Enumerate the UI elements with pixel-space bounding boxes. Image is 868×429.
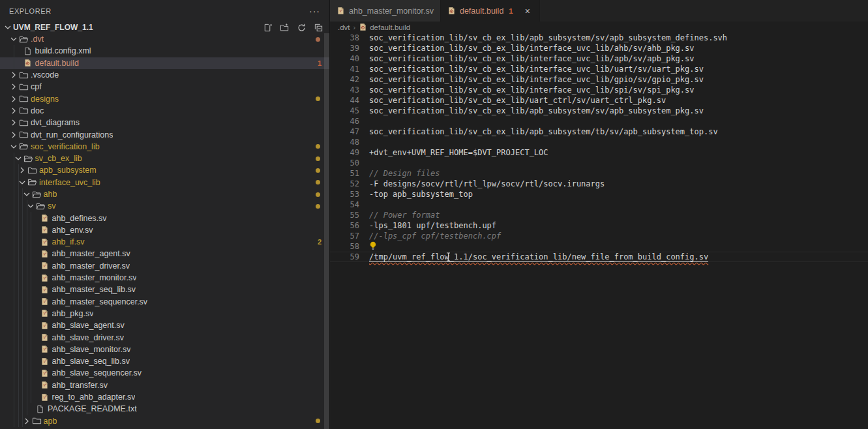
tree-item-ahb_slave_driver.sv[interactable]: vahb_slave_driver.sv — [0, 331, 329, 343]
indent-guide — [14, 200, 14, 212]
more-actions-icon[interactable]: ··· — [309, 6, 320, 16]
tree-item-dvt_diagrams[interactable]: dvt_diagrams — [0, 117, 329, 128]
tree-item-.dvt[interactable]: .dvt — [0, 33, 329, 45]
code-line-45[interactable]: 45soc_verification_lib/sv_cb_ex_lib/apb_… — [330, 106, 868, 116]
code-line-58[interactable]: 58 — [330, 241, 868, 252]
tree-item-ahb_env.sv[interactable]: vahb_env.sv — [0, 224, 329, 236]
indent-guide — [31, 319, 31, 331]
indent-guide — [18, 248, 19, 259]
code-line-54[interactable]: 54 — [330, 200, 868, 210]
tree-item-label: doc — [31, 106, 44, 115]
tree-item-ahb[interactable]: ahb — [0, 188, 329, 200]
code-text: soc_verification_lib/sv_cb_ex_lib/apb_su… — [369, 106, 704, 116]
breadcrumb-segment-.dvt[interactable]: .dvt — [338, 23, 350, 31]
chevron-right-icon — [8, 106, 19, 116]
error-file-link[interactable]: /tmp/uvm_ref_flow_1.1/soc_verification_l… — [369, 252, 708, 262]
tree-item-.vscode[interactable]: .vscode — [0, 69, 329, 81]
code-line-38[interactable]: 38soc_verification_lib/sv_cb_ex_lib/apb_… — [330, 33, 868, 43]
file-sv-icon: v — [40, 273, 52, 283]
tree-item-label: apb — [44, 417, 57, 426]
indent-guide — [18, 272, 19, 284]
code-line-51[interactable]: 51// Design files — [330, 168, 868, 179]
code-line-49[interactable]: 49+dvt_env+UVM_REF_HOME=$DVT_PROJECT_LOC — [330, 147, 868, 158]
tree-item-designs[interactable]: designs — [0, 93, 329, 104]
close-icon[interactable]: × — [522, 6, 533, 16]
code-line-50[interactable]: 50 — [330, 158, 868, 168]
indent-guide — [22, 272, 23, 284]
tree-item-ahb_master_agent.sv[interactable]: vahb_master_agent.sv — [0, 248, 329, 259]
code-line-59[interactable]: 59/tmp/uvm_ref_flow_1.1/soc_verification… — [330, 252, 868, 262]
tree-item-apb[interactable]: apb — [0, 415, 329, 427]
tree-item-ahb_slave_agent.sv[interactable]: vahb_slave_agent.sv — [0, 319, 329, 331]
folder-open-icon — [19, 141, 31, 152]
indent-guide — [31, 367, 31, 379]
line-number: 53 — [330, 189, 359, 200]
sidebar-scrollbar[interactable] — [324, 33, 329, 429]
tree-item-sv[interactable]: sv — [0, 200, 329, 212]
tree-item-ahb_master_seq_lib.sv[interactable]: vahb_master_seq_lib.sv — [0, 284, 329, 295]
tree-item-ahb_pkg.sv[interactable]: vahb_pkg.sv — [0, 308, 329, 319]
code-line-47[interactable]: 47soc_verification_lib/sv_cb_ex_lib/apb_… — [330, 126, 868, 137]
modified-dot — [316, 156, 320, 161]
tree-item-build.config.xml[interactable]: build.config.xml — [0, 45, 329, 57]
tree-item-default.build[interactable]: default.build1 — [0, 57, 329, 69]
tree-item-ahb_slave_seq_lib.sv[interactable]: vahb_slave_seq_lib.sv — [0, 355, 329, 367]
new-folder-icon[interactable] — [279, 22, 290, 33]
code-line-52[interactable]: 52-F designs/socv/rtl/rtl_lpw/socv/rtl/s… — [330, 179, 868, 189]
tree-item-sv_cb_ex_lib[interactable]: sv_cb_ex_lib — [0, 153, 329, 164]
code-line-56[interactable]: 56-lps_1801 upf/testbench.upf — [330, 220, 868, 231]
code-line-40[interactable]: 40soc_verification_lib/sv_cb_ex_lib/inte… — [330, 53, 868, 64]
file-sv-icon: v — [40, 237, 52, 247]
code-line-57[interactable]: 57//-lps_cpf cpf/testbench.cpf — [330, 231, 868, 241]
code-line-46[interactable]: 46 — [330, 116, 868, 126]
tree-item-label: sv_cb_ex_lib — [35, 154, 82, 163]
file-doc-icon — [36, 404, 48, 414]
tab-ahb_master_monitor.sv[interactable]: vahb_master_monitor.sv — [330, 0, 441, 22]
code-line-42[interactable]: 42soc_verification_lib/sv_cb_ex_lib/inte… — [330, 74, 868, 85]
breadcrumb-segment-default.build[interactable]: default.build — [359, 22, 410, 32]
tree-item-reg_to_ahb_adapter.sv[interactable]: vreg_to_ahb_adapter.sv — [0, 391, 329, 403]
code-line-43[interactable]: 43soc_verification_lib/sv_cb_ex_lib/inte… — [330, 85, 868, 95]
tree-item-ahb_defines.sv[interactable]: vahb_defines.sv — [0, 212, 329, 224]
tree-item-ahb_if.sv[interactable]: vahb_if.sv2 — [0, 236, 329, 248]
tree-item-PACKAGE_README.txt[interactable]: PACKAGE_README.txt — [0, 403, 329, 415]
indent-guide — [22, 391, 23, 403]
tree-item-apb_subsystem[interactable]: apb_subsystem — [0, 164, 329, 176]
tree-item-ahb_slave_sequencer.sv[interactable]: vahb_slave_sequencer.sv — [0, 367, 329, 379]
refresh-icon[interactable] — [296, 22, 307, 33]
lightbulb-icon[interactable] — [369, 241, 377, 252]
tree-item-ahb_master_monitor.sv[interactable]: vahb_master_monitor.sv — [0, 272, 329, 284]
code-line-53[interactable]: 53-top apb_subsystem_top — [330, 189, 868, 200]
project-section-header[interactable]: UVM_REF_FLOW_1.1 — [0, 22, 329, 33]
code-line-55[interactable]: 55// Power format — [330, 210, 868, 220]
code-line-48[interactable]: 48 — [330, 137, 868, 147]
code-editor[interactable]: 38soc_verification_lib/sv_cb_ex_lib/apb_… — [330, 33, 868, 429]
tree-item-ahb_transfer.sv[interactable]: vahb_transfer.sv — [0, 379, 329, 391]
tree-item-cpf[interactable]: cpf — [0, 81, 329, 93]
code-line-39[interactable]: 39soc_verification_lib/sv_cb_ex_lib/inte… — [330, 43, 868, 53]
tree-item-ahb_master_sequencer.sv[interactable]: vahb_master_sequencer.sv — [0, 296, 329, 308]
indent-guide — [27, 403, 27, 415]
tree-item-ahb_slave_monitor.sv[interactable]: vahb_slave_monitor.sv — [0, 344, 329, 355]
new-file-icon[interactable] — [262, 22, 273, 33]
collapse-all-icon[interactable] — [313, 22, 324, 33]
indent-guide — [27, 296, 27, 308]
code-line-41[interactable]: 41soc_verification_lib/sv_cb_ex_lib/inte… — [330, 64, 868, 74]
indent-guide — [18, 344, 19, 355]
indent-guide — [14, 45, 14, 57]
indent-guide — [18, 200, 19, 212]
line-number: 59 — [330, 252, 359, 262]
file-build-icon — [23, 58, 35, 68]
code-line-44[interactable]: 44soc_verification_lib/sv_cb_ex_lib/uart… — [330, 95, 868, 106]
tree-item-label: .dvt — [31, 35, 44, 44]
tree-item-label: cpf — [31, 82, 42, 91]
indent-guide — [18, 355, 19, 367]
tab-default.build[interactable]: default.build1× — [441, 0, 540, 22]
tree-item-ahb_master_driver.sv[interactable]: vahb_master_driver.sv — [0, 260, 329, 272]
tree-item-interface_uvc_lib[interactable]: interface_uvc_lib — [0, 177, 329, 188]
tree-item-soc_verification_lib[interactable]: soc_verification_lib — [0, 141, 329, 153]
tree-item-doc[interactable]: doc — [0, 105, 329, 117]
tree-item-dvt_run_configurations[interactable]: dvt_run_configurations — [0, 128, 329, 140]
indent-guide — [31, 355, 31, 367]
indent-guide — [18, 367, 19, 379]
